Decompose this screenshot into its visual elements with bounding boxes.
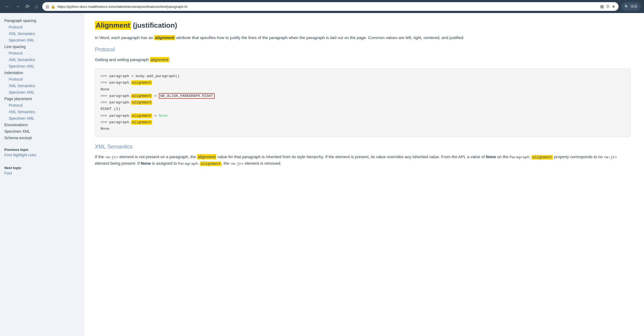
sidebar-item-xml-semantics-1[interactable]: XML Semantics (0, 30, 84, 37)
search-label: 搜索 (630, 4, 637, 9)
xml-code-5: <w:jc> (230, 162, 244, 166)
search-icon: 🔍 (624, 5, 629, 9)
sidebar-item-paragraph-spacing[interactable]: Paragraph spacing (0, 17, 84, 24)
intro-paragraph: In Word, each paragraph has an alignment… (95, 34, 630, 41)
page-layout: Paragraph spacing Protocol XML Semantics… (0, 13, 644, 336)
next-topic-label: Next topic (4, 166, 79, 170)
xml-after-4: element being present. If (95, 161, 141, 166)
home-button[interactable]: ⌂ (33, 3, 40, 11)
address-bar-container[interactable]: ▧ 🔒 https://python-docx.readthedocs.io/e… (42, 2, 619, 11)
address-bar-url: https://python-docx.readthedocs.io/en/la… (57, 5, 598, 9)
qr-icon: ▩ (600, 4, 604, 9)
back-button[interactable]: ← (3, 3, 11, 11)
code-highlight-5: alignment (131, 120, 152, 125)
address-bar-icons: ▧ 🔒 (46, 4, 55, 9)
xml-after: value for that paragraph is inherited fr… (216, 154, 486, 159)
code-highlight-3: alignment (131, 100, 152, 105)
xml-semantics-para: If the <w:jc> element is not present on … (95, 154, 630, 167)
xml-before-1: If the (95, 154, 105, 159)
sidebar-item-protocol-4[interactable]: Protocol (0, 102, 84, 109)
intro-highlight: alignment (154, 35, 175, 40)
code-highlight-4: alignment (131, 113, 152, 118)
protocol-intro-before: Getting and setting paragraph (95, 57, 150, 62)
xml-bold-2: None (141, 161, 151, 166)
sidebar-divider (0, 141, 84, 145)
code-none-green: None (159, 114, 168, 118)
xml-highlight-3: alignment (200, 161, 221, 166)
code-line-2: >>> paragraph.alignment (101, 80, 625, 86)
code-line-6: RIGHT (2) (101, 106, 625, 112)
sidebar-item-specimen-xml-1[interactable]: Specimen XML (0, 37, 84, 43)
sidebar-item-schema-excerpt[interactable]: Schema excerpt (0, 135, 84, 141)
sidebar-item-xml-semantics-4[interactable]: XML Semantics (0, 109, 84, 115)
intro-before: In Word, each paragraph has an (95, 35, 154, 40)
heading-rest: (justification) (131, 21, 177, 29)
previous-topic-label: Previous topic (4, 148, 79, 152)
xml-code-4: Paragraph. (178, 162, 200, 166)
code-boxed-value: WD_ALIGN_PARAGRAPH.RIGHT (159, 93, 215, 99)
sidebar-item-specimen-xml-3[interactable]: Specimen XML (0, 89, 84, 96)
previous-topic-section: Previous topic Font highlight color (0, 145, 84, 159)
reader-icon: ☰ (606, 4, 610, 9)
previous-topic-link[interactable]: Font highlight color (4, 153, 79, 157)
sidebar-divider-2 (0, 159, 84, 164)
code-highlight-2: alignment (131, 94, 152, 98)
code-highlight-1: alignment (131, 80, 152, 85)
xml-bold-1: None (486, 154, 496, 159)
nav-buttons: ← → ⟳ ⌂ (3, 2, 40, 11)
xml-highlight-2: alignment (532, 155, 553, 160)
xml-mid: element is not present on a paragraph, t… (118, 154, 197, 159)
sidebar-item-xml-semantics-2[interactable]: XML Semantics (0, 56, 84, 63)
code-line-9: None (101, 126, 625, 132)
code-line-8: >>> paragraph.alignment (101, 119, 625, 126)
code-line-4: >>> paragraph.alignment = WD_ALIGN_PARAG… (101, 93, 625, 99)
forward-button[interactable]: → (14, 3, 22, 11)
sidebar: Paragraph spacing Protocol XML Semantics… (0, 13, 84, 336)
protocol-heading: Protocol (95, 46, 630, 53)
code-line-7: >>> paragraph.alignment = None (101, 113, 625, 119)
next-topic-link[interactable]: Font (4, 171, 79, 175)
xml-code-3: <w:jc> (604, 155, 617, 159)
bookmark-icon: ★ (612, 4, 615, 9)
sidebar-item-page-placement[interactable]: Page placement (0, 96, 84, 102)
protocol-intro: Getting and setting paragraph alignment: (95, 56, 630, 63)
xml-after-3: property corresponds to no (553, 154, 604, 159)
sidebar-item-enumerations[interactable]: Enumerations (0, 122, 84, 128)
xml-highlight-1: alignment (197, 154, 216, 159)
code-block: >>> paragraph = body.add_paragraph() >>>… (95, 68, 630, 137)
xml-after-6: , the (221, 161, 230, 166)
sidebar-item-specimen-xml-5[interactable]: Specimen XML (0, 128, 84, 135)
next-topic-section: Next topic Font (0, 164, 84, 177)
sidebar-item-protocol-3[interactable]: Protocol (0, 76, 84, 83)
sidebar-item-xml-semantics-3[interactable]: XML Semantics (0, 83, 84, 89)
heading-highlight: Alignment (95, 21, 131, 30)
page-heading: Alignment (justification) (95, 21, 630, 30)
protocol-intro-highlight: alignment (150, 57, 169, 62)
search-bar[interactable]: 🔍 搜索 (621, 2, 641, 11)
intro-after: attribute that specifies how to justify … (175, 35, 464, 40)
xml-after-2: on the (496, 154, 510, 159)
code-line-3: None (101, 86, 625, 93)
reload-button[interactable]: ⟳ (24, 2, 31, 11)
xml-code-2: Paragraph. (510, 155, 532, 159)
xml-semantics-heading: XML Semantics (95, 144, 630, 150)
sidebar-item-indentation[interactable]: Indentation (0, 69, 84, 76)
main-content: Alignment (justification) In Word, each … (84, 13, 644, 336)
lock-icon: 🔒 (51, 4, 55, 9)
sidebar-item-specimen-xml-2[interactable]: Specimen XML (0, 63, 84, 69)
shield-icon: ▧ (46, 4, 49, 9)
sidebar-item-protocol-1[interactable]: Protocol (0, 24, 84, 30)
xml-after-5: is assigned to (151, 161, 178, 166)
code-line-1: >>> paragraph = body.add_paragraph() (101, 73, 625, 80)
code-line-5: >>> paragraph.alignment (101, 99, 625, 106)
sidebar-item-specimen-xml-4[interactable]: Specimen XML (0, 115, 84, 122)
sidebar-item-protocol-2[interactable]: Protocol (0, 50, 84, 56)
xml-after-7: element is removed. (244, 161, 281, 166)
sidebar-item-line-spacing[interactable]: Line spacing (0, 43, 84, 50)
protocol-intro-after: : (169, 57, 170, 62)
browser-chrome: ← → ⟳ ⌂ ▧ 🔒 https://python-docx.readthed… (0, 0, 644, 13)
xml-code-1: <w:jc> (105, 155, 118, 159)
